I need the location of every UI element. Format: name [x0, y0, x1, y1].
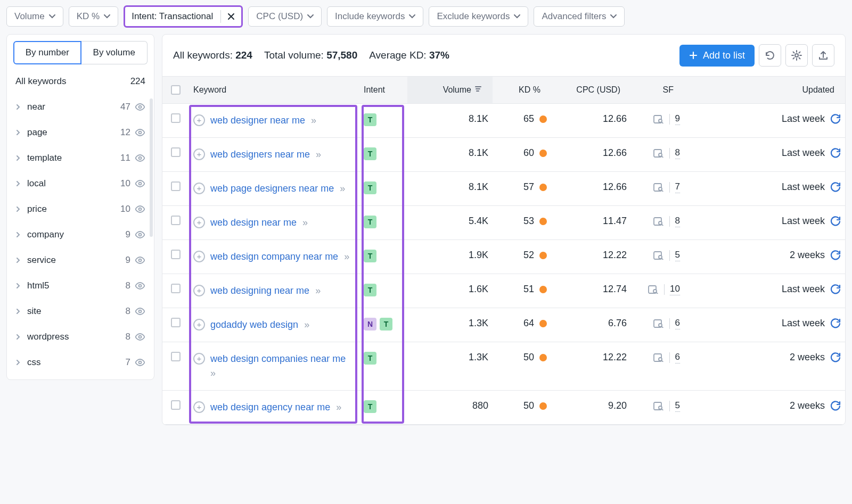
row-checkbox[interactable]	[171, 400, 181, 410]
refresh-row-button[interactable]	[830, 148, 841, 159]
refresh-row-button[interactable]	[830, 284, 841, 295]
expand-keyword-button[interactable]: +	[193, 401, 205, 413]
keyword-link[interactable]: web design company near me »	[210, 250, 349, 264]
row-checkbox[interactable]	[171, 352, 181, 361]
sf-count[interactable]: 5	[675, 250, 680, 261]
serp-preview-icon[interactable]	[653, 319, 664, 328]
expand-keyword-button[interactable]: +	[193, 285, 205, 296]
sf-count[interactable]: 10	[670, 284, 680, 295]
open-icon: »	[333, 402, 341, 412]
sidebar-item[interactable]: company 9	[7, 222, 154, 247]
serp-preview-icon[interactable]	[653, 149, 664, 158]
cell-kd: 50	[493, 342, 551, 373]
export-button[interactable]	[812, 44, 834, 67]
keyword-link[interactable]: web designing near me »	[210, 284, 321, 298]
sf-count[interactable]: 6	[675, 352, 680, 363]
cell-cpc: 12.66	[551, 104, 631, 134]
filter-intent[interactable]: Intent: Transactional	[124, 5, 243, 28]
sf-count[interactable]: 5	[675, 400, 680, 412]
keyword-link[interactable]: web design near me »	[210, 216, 308, 230]
col-cpc[interactable]: CPC (USD)	[551, 77, 631, 103]
toggle-by-number[interactable]: By number	[13, 41, 81, 64]
toggle-by-volume[interactable]: By volume	[81, 41, 148, 64]
filter-advanced-label: Advanced filters	[542, 11, 606, 22]
keyword-link[interactable]: web design companies near me »	[210, 352, 355, 381]
divider	[669, 352, 670, 363]
row-checkbox[interactable]	[171, 284, 181, 293]
expand-keyword-button[interactable]: +	[193, 251, 205, 262]
expand-keyword-button[interactable]: +	[193, 148, 205, 160]
filter-cpc[interactable]: CPC (USD)	[248, 6, 322, 27]
keyword-link[interactable]: web designer near me »	[210, 113, 316, 128]
row-checkbox[interactable]	[171, 181, 181, 191]
col-keyword[interactable]: Keyword	[189, 77, 359, 103]
keyword-link[interactable]: web designers near me »	[210, 147, 321, 162]
sidebar-item[interactable]: price 10	[7, 196, 154, 222]
filter-kd[interactable]: KD %	[69, 6, 118, 27]
sidebar-item[interactable]: wordpress 8	[7, 324, 154, 350]
refresh-row-button[interactable]	[830, 182, 841, 193]
sidebar-item[interactable]: near 47	[7, 94, 154, 120]
filter-intent-clear[interactable]	[220, 10, 241, 23]
sf-count[interactable]: 7	[675, 181, 680, 193]
col-updated[interactable]: Updated	[684, 77, 845, 103]
refresh-row-button[interactable]	[830, 318, 841, 329]
col-sf[interactable]: SF	[631, 77, 684, 103]
expand-keyword-button[interactable]: +	[193, 217, 205, 228]
serp-preview-icon[interactable]	[653, 115, 664, 123]
sidebar-item-count: 7	[126, 357, 130, 368]
expand-keyword-button[interactable]: +	[193, 319, 205, 331]
refresh-row-button[interactable]	[830, 250, 841, 261]
expand-keyword-button[interactable]: +	[193, 114, 205, 126]
filter-exclude[interactable]: Exclude keywords	[429, 6, 528, 27]
row-checkbox[interactable]	[171, 250, 181, 259]
keyword-link[interactable]: godaddy web design »	[210, 318, 309, 332]
sidebar-item-label: css	[27, 357, 41, 368]
sidebar-item[interactable]: template 11	[7, 145, 154, 171]
serp-preview-icon[interactable]	[653, 251, 664, 260]
serp-preview-icon[interactable]	[653, 217, 664, 226]
refresh-row-button[interactable]	[830, 114, 841, 125]
serp-preview-icon[interactable]	[648, 285, 659, 294]
row-checkbox[interactable]	[171, 147, 181, 157]
sf-count[interactable]: 8	[675, 216, 680, 227]
col-intent[interactable]: Intent	[359, 77, 407, 103]
sidebar-item[interactable]: site 8	[7, 299, 154, 324]
sidebar-item-count: 12	[120, 127, 130, 138]
serp-preview-icon[interactable]	[653, 402, 664, 410]
expand-keyword-button[interactable]: +	[193, 353, 205, 365]
refresh-button[interactable]	[759, 44, 781, 67]
row-checkbox[interactable]	[171, 318, 181, 327]
sidebar-item[interactable]: html5 8	[7, 273, 154, 299]
filter-include[interactable]: Include keywords	[327, 6, 423, 27]
sidebar-all-keywords[interactable]: All keywords 224	[7, 71, 154, 92]
row-checkbox[interactable]	[171, 113, 181, 123]
keyword-link[interactable]: web design agency near me »	[210, 400, 341, 415]
sidebar-item-label: page	[27, 127, 47, 138]
refresh-row-button[interactable]	[830, 352, 841, 363]
row-checkbox[interactable]	[171, 216, 181, 225]
serp-preview-icon[interactable]	[653, 353, 664, 362]
col-kd[interactable]: KD %	[493, 77, 551, 103]
divider	[669, 250, 670, 261]
sidebar-item[interactable]: local 10	[7, 171, 154, 196]
svg-point-10	[139, 361, 142, 364]
sidebar-item[interactable]: page 12	[7, 120, 154, 145]
refresh-row-button[interactable]	[830, 216, 841, 227]
filter-advanced[interactable]: Advanced filters	[534, 6, 625, 27]
scrollbar[interactable]	[150, 98, 153, 237]
select-all-checkbox[interactable]	[171, 85, 181, 95]
sidebar-item[interactable]: css 7	[7, 350, 154, 375]
col-volume[interactable]: Volume	[407, 77, 493, 103]
sf-count[interactable]: 6	[675, 318, 680, 329]
expand-keyword-button[interactable]: +	[193, 183, 205, 194]
add-to-list-button[interactable]: Add to list	[679, 45, 755, 67]
filter-volume[interactable]: Volume	[6, 6, 63, 27]
sf-count[interactable]: 9	[675, 113, 680, 125]
settings-button[interactable]	[785, 44, 808, 67]
sidebar-item[interactable]: service 9	[7, 247, 154, 273]
refresh-row-button[interactable]	[830, 401, 841, 411]
sf-count[interactable]: 8	[675, 147, 680, 159]
serp-preview-icon[interactable]	[653, 183, 664, 192]
keyword-link[interactable]: web page designers near me »	[210, 181, 345, 196]
